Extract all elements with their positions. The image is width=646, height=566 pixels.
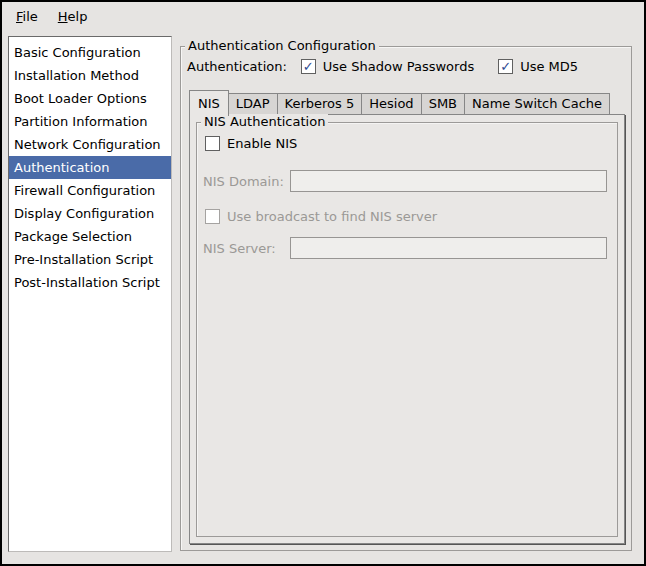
checkmark-icon: ✓ <box>500 60 511 73</box>
nis-domain-label: NIS Domain: <box>203 174 290 189</box>
menu-file[interactable]: File <box>6 5 48 28</box>
sidebar-item-post-installation-script[interactable]: Post-Installation Script <box>9 271 171 294</box>
sidebar-item-pre-installation-script[interactable]: Pre-Installation Script <box>9 248 171 271</box>
use-md5-checkbox[interactable]: ✓ Use MD5 <box>498 59 578 74</box>
page-title: Authentication Configuration <box>185 38 379 54</box>
authentication-label: Authentication: <box>187 59 287 74</box>
sidebar-item-package-selection[interactable]: Package Selection <box>9 225 171 248</box>
checkbox-box: ✓ <box>498 59 513 74</box>
sidebar-item-firewall-configuration[interactable]: Firewall Configuration <box>9 179 171 202</box>
use-broadcast-checkbox: Use broadcast to find NIS server <box>205 209 437 224</box>
tab-ldap[interactable]: LDAP <box>228 93 278 115</box>
tab-name-switch-cache[interactable]: Name Switch Cache <box>464 93 610 115</box>
sidebar-item-installation-method[interactable]: Installation Method <box>9 64 171 87</box>
sidebar-item-authentication[interactable]: Authentication <box>9 156 171 179</box>
section-list: Basic Configuration Installation Method … <box>8 36 172 552</box>
menu-help[interactable]: Help <box>48 5 98 28</box>
checkbox-box <box>205 136 220 151</box>
nis-server-label: NIS Server: <box>203 241 290 256</box>
enable-nis-checkbox[interactable]: Enable NIS <box>205 136 297 151</box>
auth-tab-bar: NIS LDAP Kerberos 5 Hesiod SMB Name Swit… <box>189 89 609 115</box>
sidebar-item-boot-loader-options[interactable]: Boot Loader Options <box>9 87 171 110</box>
nis-authentication-frame: NIS Authentication Enable NIS NIS Domain… <box>196 122 618 537</box>
checkmark-icon: ✓ <box>303 60 314 73</box>
sidebar-item-partition-information[interactable]: Partition Information <box>9 110 171 133</box>
checkbox-box: ✓ <box>301 59 316 74</box>
use-md5-label: Use MD5 <box>520 59 578 74</box>
checkbox-box <box>205 209 220 224</box>
menubar: File Help <box>2 2 644 30</box>
nis-server-row: NIS Server: <box>203 237 607 259</box>
sidebar-item-display-configuration[interactable]: Display Configuration <box>9 202 171 225</box>
authentication-configuration-frame: Authentication Configuration Authenticat… <box>180 46 632 551</box>
nis-server-input <box>290 237 607 259</box>
menu-help-mnemonic: H <box>58 9 68 24</box>
nis-domain-input <box>290 170 607 192</box>
enable-nis-label: Enable NIS <box>227 136 297 151</box>
tab-nis[interactable]: NIS <box>189 90 229 116</box>
sidebar-item-basic-configuration[interactable]: Basic Configuration <box>9 41 171 64</box>
tab-smb[interactable]: SMB <box>421 93 465 115</box>
nis-authentication-frame-title: NIS Authentication <box>201 114 328 130</box>
menu-help-rest: elp <box>68 9 88 24</box>
authentication-options-row: Authentication: ✓ Use Shadow Passwords ✓… <box>187 59 602 74</box>
tab-kerberos-5[interactable]: Kerberos 5 <box>277 93 363 115</box>
menu-file-rest: ile <box>23 9 38 24</box>
nis-tab-page: NIS Authentication Enable NIS NIS Domain… <box>189 114 625 544</box>
use-broadcast-label: Use broadcast to find NIS server <box>227 209 437 224</box>
use-shadow-passwords-label: Use Shadow Passwords <box>323 59 474 74</box>
sidebar-item-network-configuration[interactable]: Network Configuration <box>9 133 171 156</box>
kickstart-configurator-window: File Help Basic Configuration Installati… <box>0 0 646 566</box>
nis-domain-row: NIS Domain: <box>203 170 607 192</box>
tab-hesiod[interactable]: Hesiod <box>361 93 421 115</box>
use-shadow-passwords-checkbox[interactable]: ✓ Use Shadow Passwords <box>301 59 474 74</box>
